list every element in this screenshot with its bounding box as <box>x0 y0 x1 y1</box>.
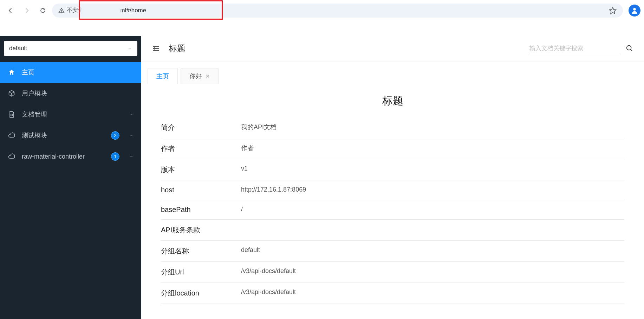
app-shell: default 主页 用户模块 <box>0 36 644 319</box>
svg-marker-2 <box>610 7 616 13</box>
spacer-band <box>0 21 644 36</box>
tab-label: 主页 <box>156 72 169 80</box>
info-row: 作者作者 <box>161 138 624 159</box>
sidebar-item-label: 用户模块 <box>22 89 134 98</box>
info-value: http://172.16.1.87:8069 <box>241 186 306 194</box>
info-value: v1 <box>241 165 248 174</box>
svg-point-4 <box>11 114 13 116</box>
sidebar-item-home[interactable]: 主页 <box>0 62 141 83</box>
sidebar-item-doc-manage[interactable]: 文档管理 <box>0 104 141 125</box>
sidebar-item-label: 文档管理 <box>22 110 119 119</box>
info-row: API服务条款 <box>161 220 624 241</box>
info-value: 我的API文档 <box>241 123 277 132</box>
close-icon[interactable]: ✕ <box>206 73 210 79</box>
doc-title: 标题 <box>161 94 624 108</box>
bookmark-star-icon[interactable] <box>609 7 617 14</box>
search-input[interactable] <box>529 43 621 54</box>
sidebar: default 主页 用户模块 <box>0 36 141 319</box>
chevron-down-icon <box>127 46 132 51</box>
info-row: 简介我的API文档 <box>161 117 624 138</box>
svg-point-8 <box>627 46 631 50</box>
info-row: 分组名称default <box>161 241 624 262</box>
home-icon <box>8 69 15 76</box>
info-label: 版本 <box>161 165 241 174</box>
file-gear-icon <box>8 111 15 118</box>
browser-toolbar: 不安全 :8069/doc.html#/home <box>0 0 644 21</box>
annotation-highlight <box>79 0 223 20</box>
page-title: 标题 <box>169 43 186 54</box>
sidebar-item-user-module[interactable]: 用户模块 <box>0 83 141 104</box>
sidebar-item-raw-material[interactable]: raw-material-controller 1 <box>0 146 141 167</box>
sidebar-item-label: 测试模块 <box>22 131 105 140</box>
chevron-down-icon <box>129 133 134 138</box>
group-select[interactable]: default <box>4 41 137 56</box>
profile-avatar[interactable] <box>629 5 640 16</box>
info-value: /v3/api-docs/default <box>241 267 296 277</box>
sidebar-item-test-module[interactable]: 测试模块 2 <box>0 125 141 146</box>
cube-icon <box>8 90 15 97</box>
tab-hello[interactable]: 你好 ✕ <box>181 68 219 84</box>
cloud-icon <box>8 153 15 160</box>
main-panel: 标题 主页 你好 ✕ 标题 简介我的API文档 作者作者 版本v1 <box>141 36 644 319</box>
search-icon[interactable] <box>626 45 633 52</box>
doc-content: 标题 简介我的API文档 作者作者 版本v1 hosthttp://172.16… <box>141 84 644 319</box>
forward-button[interactable] <box>20 4 34 18</box>
count-badge: 1 <box>111 152 119 161</box>
info-label: 作者 <box>161 144 241 153</box>
collapse-sidebar-button[interactable] <box>152 44 160 53</box>
info-row: basePath/ <box>161 200 624 220</box>
info-label: basePath <box>161 206 241 214</box>
sidebar-menu: 主页 用户模块 文档管理 测试 <box>0 62 141 167</box>
info-value: / <box>241 206 243 214</box>
reload-button[interactable] <box>36 4 50 18</box>
info-label: 简介 <box>161 123 241 132</box>
sidebar-item-label: 主页 <box>22 68 134 77</box>
info-label: 分组Url <box>161 267 241 277</box>
info-label: 分组名称 <box>161 246 241 256</box>
info-label: API服务条款 <box>161 225 241 235</box>
info-label: host <box>161 186 241 194</box>
info-row: 版本v1 <box>161 159 624 180</box>
sidebar-item-label: raw-material-controller <box>22 153 105 160</box>
group-select-value: default <box>9 45 27 52</box>
count-badge: 2 <box>111 131 119 140</box>
back-button[interactable] <box>4 4 18 18</box>
svg-line-9 <box>631 49 632 51</box>
cloud-icon <box>8 132 15 139</box>
info-table: 简介我的API文档 作者作者 版本v1 hosthttp://172.16.1.… <box>161 117 624 304</box>
info-row: 分组location/v3/api-docs/default <box>161 283 624 304</box>
info-row: 分组Url/v3/api-docs/default <box>161 262 624 283</box>
info-label: 分组location <box>161 288 241 298</box>
info-value: default <box>241 246 260 256</box>
chevron-down-icon <box>129 112 134 117</box>
main-header: 标题 <box>141 36 644 61</box>
tabs-bar: 主页 你好 ✕ <box>141 61 644 84</box>
chevron-down-icon <box>129 154 134 159</box>
tab-home[interactable]: 主页 <box>148 68 178 84</box>
info-value: 作者 <box>241 144 254 153</box>
svg-point-1 <box>61 12 62 12</box>
svg-point-3 <box>633 8 636 10</box>
address-bar[interactable]: 不安全 :8069/doc.html#/home <box>52 4 623 18</box>
info-row: hosthttp://172.16.1.87:8069 <box>161 180 624 200</box>
tab-label: 你好 <box>189 72 202 80</box>
info-value: /v3/api-docs/default <box>241 288 296 298</box>
